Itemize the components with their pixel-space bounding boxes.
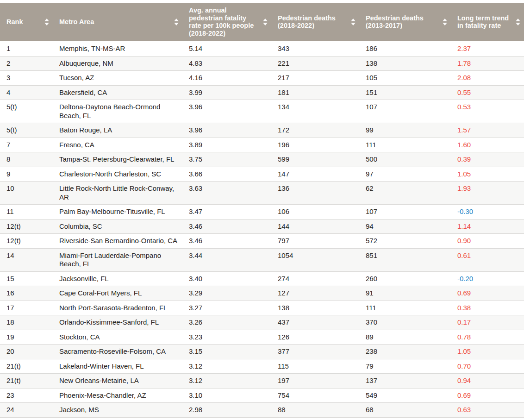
column-header-deaths-2013-2017-label: Pedestrian deaths (2013-2017) [366,14,440,30]
table-row: 10 Little Rock-North Little Rock-Conway,… [0,182,524,205]
rank-cell: 4 [0,86,56,100]
rank-cell: 1 [0,42,56,56]
deaths-2018-2022-cell: 138 [274,301,362,315]
deaths-2013-2017-cell: 238 [362,345,454,359]
deaths-2013-2017-cell: 99 [362,123,454,138]
sort-icon[interactable] [174,19,179,25]
fatality-rate-cell: 3.26 [185,315,274,330]
fatality-rate-cell: 4.83 [185,56,274,71]
fatality-rate-cell: 3.47 [185,205,274,219]
deaths-2018-2022-cell: 274 [274,272,362,286]
deaths-2013-2017-cell: 79 [362,359,454,374]
deaths-2013-2017-cell: 370 [362,315,454,330]
deaths-2018-2022-cell: 115 [274,359,362,374]
rank-cell: 8 [0,152,56,167]
column-header-deaths-2013-2017[interactable]: Pedestrian deaths (2013-2017) [362,11,454,33]
trend-cell: 2.08 [454,71,524,85]
fatality-rate-cell: 3.96 [185,100,274,114]
trend-cell: -0.20 [454,272,524,286]
fatality-rate-cell: 3.63 [185,182,274,196]
table-row: 11 Palm Bay-Melbourne-Titusville, FL 3.4… [0,205,524,219]
rank-cell: 16 [0,286,56,301]
deaths-2018-2022-cell: 134 [274,100,362,114]
deaths-2018-2022-cell: 437 [274,315,362,330]
metro-area-cell: North Port-Sarasota-Bradenton, FL [56,301,185,315]
rank-cell: 7 [0,138,56,152]
rank-cell: 9 [0,167,56,182]
rank-cell: 12(t) [0,234,56,248]
metro-area-cell: Stockton, CA [56,330,185,345]
sort-icon[interactable] [516,19,520,25]
metro-area-cell: Little Rock-North Little Rock-Conway, AR [56,182,185,204]
rank-cell: 21(t) [0,359,56,374]
sort-icon[interactable] [351,19,356,25]
fatality-rate-cell: 3.89 [185,138,274,152]
deaths-2018-2022-cell: 797 [274,234,362,248]
fatality-rate-cell: 4.16 [185,71,274,85]
rank-cell: 19 [0,330,56,345]
deaths-2013-2017-cell: 91 [362,286,454,301]
sort-icon[interactable] [263,19,268,25]
table-header-row: Rank Metro Area Avg. annual pedestrian f… [0,3,524,41]
sort-icon[interactable] [443,19,447,25]
metro-area-cell: Columbia, SC [56,219,185,234]
deaths-2013-2017-cell: 89 [362,330,454,345]
rank-cell: 10 [0,182,56,196]
deaths-2018-2022-cell: 106 [274,205,362,219]
column-header-fatality-rate-label: Avg. annual pedestrian fatality rate per… [189,6,260,37]
fatality-rate-cell: 3.10 [185,389,274,403]
deaths-2013-2017-cell: 500 [362,152,454,167]
table-row: 23 Phoenix-Mesa-Chandler, AZ 3.10 754 54… [0,389,524,403]
table-row: 9 Charleston-North Charleston, SC 3.66 1… [0,167,524,182]
metro-area-cell: Phoenix-Mesa-Chandler, AZ [56,389,185,403]
table-row: 16 Cape Coral-Fort Myers, FL 3.29 127 91… [0,286,524,301]
deaths-2013-2017-cell: 151 [362,86,454,100]
trend-cell: 0.90 [454,234,524,248]
column-header-long-term-trend[interactable]: Long term trend in fatality rate [454,11,524,33]
column-header-deaths-2018-2022[interactable]: Pedestrian deaths (2018-2022) [274,11,362,33]
fatality-rate-cell: 5.14 [185,42,274,56]
metro-area-cell: Miami-Fort Lauderdale-Pompano Beach, FL [56,249,185,271]
rank-cell: 3 [0,71,56,85]
deaths-2018-2022-cell: 147 [274,167,362,182]
trend-cell: 0.53 [454,100,524,114]
sort-icon[interactable] [44,19,49,25]
trend-cell: 0.69 [454,286,524,301]
fatality-rate-cell: 2.98 [185,403,274,417]
deaths-2018-2022-cell: 172 [274,123,362,138]
metro-area-cell: Palm Bay-Melbourne-Titusville, FL [56,205,185,219]
column-header-long-term-trend-label: Long term trend in fatality rate [457,14,513,30]
column-header-fatality-rate[interactable]: Avg. annual pedestrian fatality rate per… [185,3,274,41]
table-row: 7 Fresno, CA 3.89 196 111 1.60 [0,138,524,153]
metro-area-cell: Baton Rouge, LA [56,123,185,138]
table-row: 15 Jacksonville, FL 3.40 274 260 -0.20 [0,272,524,287]
deaths-2018-2022-cell: 197 [274,374,362,388]
metro-area-cell: Lakeland-Winter Haven, FL [56,359,185,374]
fatality-rate-cell: 3.75 [185,152,274,167]
fatality-rate-cell: 3.46 [185,234,274,248]
deaths-2013-2017-cell: 549 [362,389,454,403]
trend-cell: 1.05 [454,345,524,359]
column-header-metro-area[interactable]: Metro Area [56,14,185,30]
metro-area-cell: Charleston-North Charleston, SC [56,167,185,182]
deaths-2018-2022-cell: 343 [274,42,362,56]
table-row: 1 Memphis, TN-MS-AR 5.14 343 186 2.37 [0,42,524,56]
table-row: 21(t) Lakeland-Winter Haven, FL 3.12 115… [0,359,524,374]
metro-area-cell: Deltona-Daytona Beach-Ormond Beach, FL [56,100,185,123]
trend-cell: 1.60 [454,138,524,152]
rank-cell: 24 [0,403,56,417]
trend-cell: 0.38 [454,301,524,315]
rank-cell: 21(t) [0,374,56,388]
deaths-2013-2017-cell: 105 [362,71,454,85]
table-row: 2 Albuquerque, NM 4.83 221 138 1.78 [0,56,524,71]
deaths-2013-2017-cell: 68 [362,403,454,417]
rank-cell: 14 [0,249,56,263]
rank-cell: 20 [0,345,56,359]
trend-cell: 2.37 [454,42,524,56]
trend-cell: 1.78 [454,56,524,71]
column-header-rank[interactable]: Rank [0,14,56,30]
deaths-2018-2022-cell: 377 [274,345,362,359]
deaths-2013-2017-cell: 138 [362,56,454,71]
deaths-2018-2022-cell: 136 [274,182,362,196]
metro-area-cell: Riverside-San Bernardino-Ontario, CA [56,234,185,248]
